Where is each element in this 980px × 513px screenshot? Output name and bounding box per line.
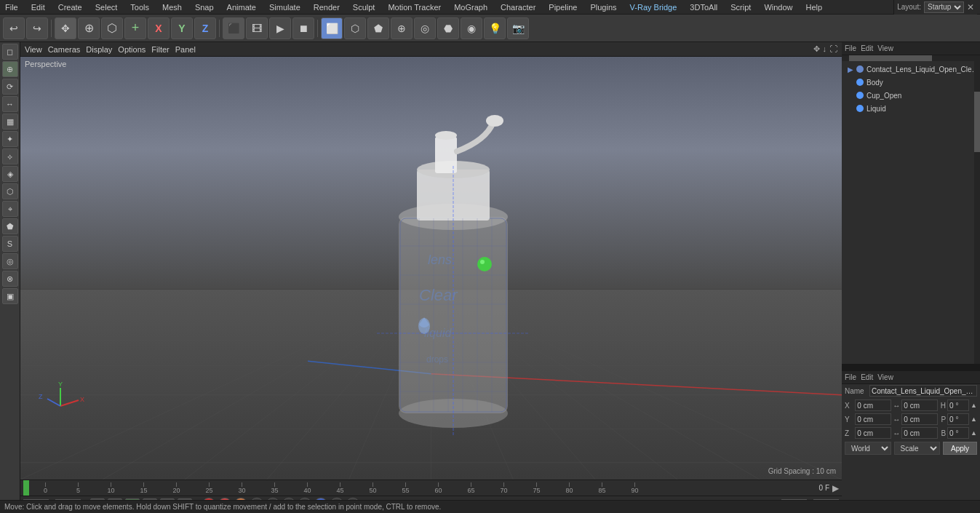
obj-item-liquid[interactable]: Liquid: [842, 102, 980, 115]
attr-menu-view[interactable]: View: [877, 373, 893, 381]
deformer-button[interactable]: ⬟: [367, 17, 389, 39]
ls-tool13-btn[interactable]: ◎: [2, 253, 18, 269]
layout-select[interactable]: Startup: [924, 1, 964, 13]
attr-z-input[interactable]: [855, 427, 891, 439]
viewport[interactable]: lens Clear liquid drops: [20, 57, 842, 480]
menu-character[interactable]: Character: [498, 3, 538, 12]
ls-tool15-btn[interactable]: ▣: [2, 288, 18, 304]
ls-tool6-btn[interactable]: ✦: [2, 131, 18, 147]
obj-scrollbar-h[interactable]: [842, 55, 980, 61]
attr-y-input[interactable]: [855, 413, 891, 425]
menu-animate[interactable]: Animate: [225, 3, 258, 12]
tags-button[interactable]: ◉: [461, 17, 482, 39]
menu-motion-tracker[interactable]: Motion Tracker: [386, 3, 443, 12]
z-axis-button[interactable]: Z: [194, 17, 216, 39]
render-play-button[interactable]: ▶: [269, 17, 291, 39]
camera-button[interactable]: 📷: [507, 17, 529, 39]
attr-b-input[interactable]: [947, 427, 969, 439]
ls-tool10-btn[interactable]: ⌖: [2, 201, 18, 217]
obj-scrollbar-v[interactable]: [974, 61, 980, 364]
attr-x2-input[interactable]: [901, 399, 938, 411]
ls-select-btn[interactable]: ◻: [2, 44, 18, 60]
ls-sculpt-btn[interactable]: S: [2, 236, 18, 252]
timeline-expand-icon[interactable]: ▶: [832, 483, 839, 493]
ls-scale-btn[interactable]: ↔: [2, 96, 18, 112]
attr-world-select[interactable]: World: [845, 442, 891, 455]
menu-mesh[interactable]: Mesh: [160, 3, 184, 12]
y-axis-button[interactable]: Y: [171, 17, 193, 39]
attr-scale-select[interactable]: Scale: [894, 442, 941, 455]
vp-icon-move[interactable]: ✥: [813, 44, 820, 54]
vp-menu-options[interactable]: Options: [118, 45, 146, 54]
redo-button[interactable]: ↪: [26, 17, 48, 39]
menu-mograph[interactable]: MoGraph: [452, 3, 490, 12]
nurbs-button[interactable]: ⬡: [344, 17, 366, 39]
obj-menu-edit[interactable]: Edit: [861, 44, 873, 52]
scale-tool-button[interactable]: ⬡: [101, 17, 123, 39]
ls-move-btn[interactable]: ⊕: [2, 61, 18, 77]
render-stop-button[interactable]: ⏹: [292, 17, 314, 39]
menu-3dtoall[interactable]: 3DToAll: [688, 3, 720, 12]
vp-menu-filter[interactable]: Filter: [151, 45, 169, 54]
obj-menu-file[interactable]: File: [845, 44, 856, 52]
attr-z2-input[interactable]: [901, 427, 938, 439]
attr-menu-file[interactable]: File: [845, 373, 856, 381]
menu-help[interactable]: Help: [804, 3, 825, 12]
materials-button[interactable]: ⬣: [437, 17, 459, 39]
vp-icon-expand[interactable]: ⛶: [829, 44, 837, 54]
vp-menu-cameras[interactable]: Cameras: [48, 45, 81, 54]
menu-snap[interactable]: Snap: [193, 3, 216, 12]
ls-tool11-btn[interactable]: ⬟: [2, 218, 18, 234]
render-region-button[interactable]: 🎞: [246, 17, 268, 39]
attr-name-input[interactable]: [869, 385, 977, 397]
ls-tool9-btn[interactable]: ⬡: [2, 183, 18, 199]
cube-button[interactable]: ⬜: [321, 17, 343, 39]
ls-tool5-btn[interactable]: ▦: [2, 114, 18, 130]
ls-tool14-btn[interactable]: ⊗: [2, 271, 18, 287]
ls-rotate-btn[interactable]: ⟳: [2, 79, 18, 95]
menu-edit[interactable]: Edit: [29, 3, 47, 12]
toolbar-sep-1: [51, 20, 52, 37]
attr-p-input[interactable]: [947, 413, 969, 425]
status-text: Move: Click and drag to move elements. H…: [4, 503, 441, 511]
menu-render[interactable]: Render: [311, 3, 342, 12]
attr-xsep: ↔: [893, 402, 900, 410]
plus-tool-button[interactable]: +: [124, 17, 146, 39]
menu-pipeline[interactable]: Pipeline: [546, 3, 579, 12]
menu-tools[interactable]: Tools: [128, 3, 151, 12]
move-tool-button[interactable]: ✥: [55, 17, 76, 39]
attr-y2-input[interactable]: [901, 413, 938, 425]
obj-item-root[interactable]: ▶ Contact_Lens_Liquid_Open_Clear_B: [842, 63, 980, 76]
menu-select[interactable]: Select: [93, 3, 120, 12]
fields-button[interactable]: ◎: [414, 17, 436, 39]
svg-point-50: [480, 260, 485, 264]
ls-tool7-btn[interactable]: ⟡: [2, 148, 18, 164]
mograph-button[interactable]: ⊕: [391, 17, 413, 39]
vp-menu-display[interactable]: Display: [86, 45, 112, 54]
vp-menu-view[interactable]: View: [25, 45, 42, 54]
rotate-tool-button[interactable]: ⊕: [78, 17, 100, 39]
vp-icon-down[interactable]: ↓: [823, 44, 827, 54]
light-button[interactable]: 💡: [484, 17, 506, 39]
obj-item-body[interactable]: Body: [842, 76, 980, 89]
menu-file[interactable]: File: [3, 3, 20, 12]
menu-plugins[interactable]: Plugins: [588, 3, 618, 12]
menu-simulate[interactable]: Simulate: [267, 3, 303, 12]
obj-menu-view[interactable]: View: [877, 44, 893, 52]
apply-button[interactable]: Apply: [943, 442, 977, 455]
menu-window[interactable]: Window: [762, 3, 794, 12]
attr-h-input[interactable]: [947, 399, 969, 411]
render-settings-button[interactable]: ⬛: [223, 17, 244, 39]
ls-tool8-btn[interactable]: ◈: [2, 166, 18, 182]
menu-sculpt[interactable]: Sculpt: [351, 3, 378, 12]
close-icon[interactable]: ✕: [967, 2, 974, 12]
x-axis-button[interactable]: X: [148, 17, 170, 39]
obj-item-cup[interactable]: Cup_Open: [842, 89, 980, 102]
attr-menu-edit[interactable]: Edit: [861, 373, 873, 381]
undo-button[interactable]: ↩: [3, 17, 25, 39]
vp-menu-panel[interactable]: Panel: [175, 45, 196, 54]
attr-x-input[interactable]: [855, 399, 891, 411]
menu-script[interactable]: Script: [728, 3, 753, 12]
menu-vray-bridge[interactable]: V-Ray Bridge: [628, 3, 680, 12]
menu-create[interactable]: Create: [56, 3, 84, 12]
